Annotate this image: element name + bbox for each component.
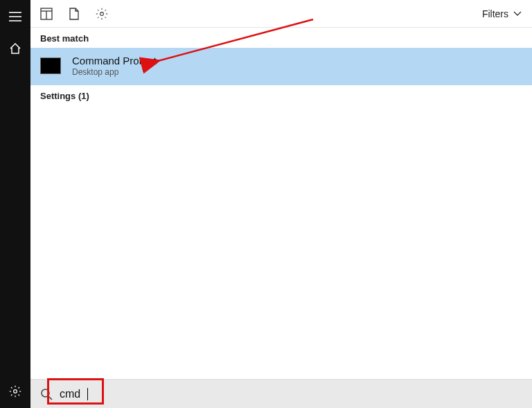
svg-line-10 xyxy=(19,387,20,389)
text-caret xyxy=(87,388,88,400)
svg-line-11 xyxy=(11,395,12,396)
start-sidebar xyxy=(0,0,30,408)
search-input-text[interactable]: cmd xyxy=(60,388,80,400)
settings-heading[interactable]: Settings (1) xyxy=(30,85,532,105)
result-subtitle: Desktop app xyxy=(72,67,157,77)
home-icon[interactable] xyxy=(8,42,22,55)
search-bar: cmd xyxy=(30,379,532,408)
chevron-down-icon xyxy=(513,10,522,17)
settings-gear-icon[interactable] xyxy=(8,384,22,398)
search-icon xyxy=(40,388,53,400)
svg-line-22 xyxy=(105,10,107,11)
svg-point-15 xyxy=(100,12,104,15)
svg-point-24 xyxy=(42,389,49,397)
apps-filter-icon[interactable] xyxy=(40,8,53,20)
filters-label: Filters xyxy=(482,8,508,19)
search-panel: Filters Best match Command Prompt Deskto… xyxy=(30,0,532,408)
svg-point-3 xyxy=(14,390,17,393)
svg-line-21 xyxy=(105,17,107,18)
result-command-prompt[interactable]: Command Prompt Desktop app xyxy=(30,48,532,85)
svg-line-25 xyxy=(48,396,52,400)
result-title: Command Prompt xyxy=(72,55,157,66)
documents-filter-icon[interactable] xyxy=(68,8,80,20)
settings-filter-icon[interactable] xyxy=(96,8,108,20)
menu-icon[interactable] xyxy=(8,10,22,24)
svg-line-9 xyxy=(19,395,20,396)
svg-line-8 xyxy=(11,387,12,389)
svg-line-20 xyxy=(98,10,99,11)
svg-line-23 xyxy=(98,17,99,18)
top-toolbar: Filters xyxy=(30,0,532,28)
filters-dropdown[interactable]: Filters xyxy=(482,8,522,19)
best-match-heading: Best match xyxy=(30,28,532,48)
command-prompt-icon xyxy=(40,57,61,74)
